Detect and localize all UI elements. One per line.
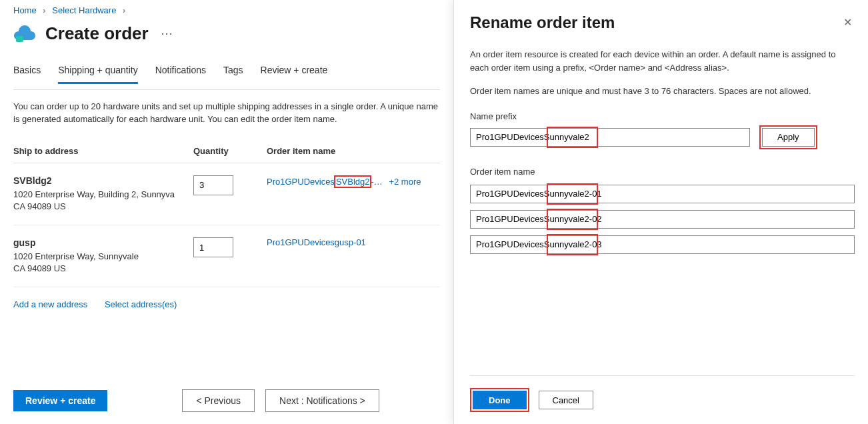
breadcrumb-select-hardware[interactable]: Select Hardware bbox=[52, 5, 116, 15]
more-items-link[interactable]: +2 more bbox=[389, 177, 421, 187]
breadcrumb-home[interactable]: Home bbox=[13, 5, 37, 15]
col-quantity: Quantity bbox=[193, 146, 267, 156]
quantity-input[interactable] bbox=[193, 175, 233, 195]
previous-button[interactable]: < Previous bbox=[182, 389, 255, 412]
item-name-suffix: -… bbox=[371, 177, 382, 187]
highlight-box: SVBldg2 bbox=[334, 175, 372, 188]
col-ship-to: Ship to address bbox=[13, 146, 193, 156]
address-alias: gusp bbox=[13, 237, 193, 248]
table-row: gusp 1020 Enterprise Way, Sunnyvale CA 9… bbox=[13, 225, 440, 287]
more-actions-icon[interactable]: ⋯ bbox=[158, 26, 175, 41]
next-button[interactable]: Next : Notifications > bbox=[265, 389, 379, 412]
tab-review-create[interactable]: Review + create bbox=[261, 59, 328, 84]
tab-tags[interactable]: Tags bbox=[223, 59, 243, 84]
review-create-button[interactable]: Review + create bbox=[13, 390, 107, 411]
address-line: CA 94089 US bbox=[13, 263, 193, 275]
order-item-name-input[interactable] bbox=[470, 210, 855, 229]
highlight-box: Apply bbox=[759, 125, 817, 149]
order-item-name-input[interactable] bbox=[470, 235, 855, 254]
page-title: Create order bbox=[45, 23, 149, 44]
quantity-input[interactable] bbox=[193, 237, 233, 257]
panel-footer: Done Cancel bbox=[470, 375, 855, 424]
svg-rect-0 bbox=[16, 36, 23, 42]
wizard-tabs: Basics Shipping + quantity Notifications… bbox=[13, 59, 440, 84]
item-name-prefix: Pro1GPUDevices bbox=[267, 177, 335, 187]
divider bbox=[13, 89, 440, 90]
order-item-name-input[interactable] bbox=[470, 185, 855, 203]
create-order-page: Home › Select Hardware › Create order ⋯ … bbox=[0, 0, 453, 424]
panel-title: Rename order item bbox=[470, 13, 615, 32]
rename-order-item-panel: Rename order item ✕ An order item resour… bbox=[453, 0, 868, 424]
table-row: SVBldg2 1020 Enterprise Way, Building 2,… bbox=[13, 163, 440, 225]
done-button[interactable]: Done bbox=[473, 391, 527, 409]
tab-shipping-quantity[interactable]: Shipping + quantity bbox=[58, 59, 137, 84]
page-description: You can order up to 20 hardware units an… bbox=[13, 101, 440, 126]
tab-basics[interactable]: Basics bbox=[13, 59, 41, 84]
name-prefix-label: Name prefix bbox=[470, 111, 855, 121]
add-address-link[interactable]: Add a new address bbox=[13, 299, 87, 309]
panel-description: Order item names are unique and must hav… bbox=[470, 85, 855, 98]
address-line: 1020 Enterprise Way, Sunnyvale bbox=[13, 251, 193, 263]
address-cell: gusp 1020 Enterprise Way, Sunnyvale CA 9… bbox=[13, 237, 193, 275]
table-header: Ship to address Quantity Order item name bbox=[13, 139, 440, 163]
breadcrumb: Home › Select Hardware › bbox=[13, 5, 440, 15]
panel-description: An order item resource is created for ea… bbox=[470, 48, 855, 74]
cancel-button[interactable]: Cancel bbox=[539, 391, 593, 409]
tab-notifications[interactable]: Notifications bbox=[155, 59, 206, 84]
chevron-right-icon: › bbox=[43, 5, 45, 15]
wizard-footer: Review + create < Previous Next : Notifi… bbox=[13, 389, 379, 412]
name-prefix-input[interactable] bbox=[470, 128, 750, 147]
col-item-name: Order item name bbox=[267, 146, 440, 156]
address-actions: Add a new address Select address(es) bbox=[13, 299, 440, 309]
order-item-link[interactable]: Pro1GPUDevicesSVBldg2-… bbox=[267, 177, 385, 187]
order-item-name-label: Order item name bbox=[470, 167, 855, 177]
chevron-right-icon: › bbox=[123, 5, 125, 15]
select-addresses-link[interactable]: Select address(es) bbox=[105, 299, 177, 309]
close-icon[interactable]: ✕ bbox=[841, 13, 855, 31]
address-alias: SVBldg2 bbox=[13, 175, 193, 186]
address-cell: SVBldg2 1020 Enterprise Way, Building 2,… bbox=[13, 175, 193, 213]
highlight-box: Done bbox=[470, 388, 529, 412]
address-line: 1020 Enterprise Way, Building 2, Sunnyva bbox=[13, 189, 193, 201]
apply-button[interactable]: Apply bbox=[762, 128, 815, 147]
address-line: CA 94089 US bbox=[13, 201, 193, 213]
order-item-link[interactable]: Pro1GPUDevicesgusp-01 bbox=[267, 237, 366, 247]
cloud-device-icon bbox=[13, 22, 36, 45]
